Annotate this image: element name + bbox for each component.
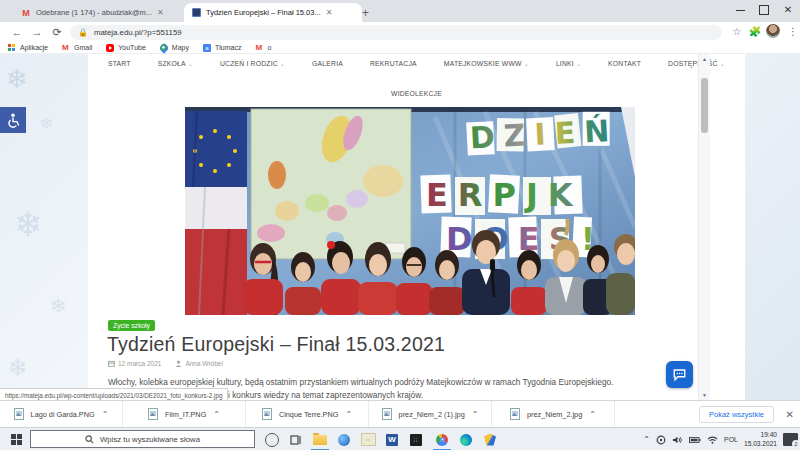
chrome-menu-icon[interactable]: ⋮ — [786, 25, 800, 39]
chevron-up-icon[interactable]: ⌃ — [102, 410, 109, 419]
window-close-button[interactable]: ✕ — [776, 0, 800, 20]
extensions-puzzle-icon[interactable]: 🧩 — [748, 25, 762, 39]
snowflake-decoration: ❄ — [40, 114, 53, 133]
cortana-button[interactable] — [260, 428, 284, 450]
nav-galeria[interactable]: GALERIA — [312, 60, 343, 67]
windows-logo-icon — [11, 434, 22, 445]
task-view-button[interactable] — [284, 428, 308, 450]
youtube-icon — [106, 44, 114, 52]
hidden-icons-chevron-icon[interactable]: ⌃ — [643, 435, 650, 444]
chevron-up-icon[interactable]: ⌃ — [345, 410, 352, 419]
chevron-up-icon[interactable]: ⌃ — [213, 410, 220, 419]
article-paragraph: Włochy, kolebka europejskiej kultury, bę… — [108, 376, 653, 388]
taskbar-search-input[interactable]: Wpisz tu wyszukiwane słowa — [30, 430, 255, 448]
nav-kontakt[interactable]: KONTAKT — [608, 60, 641, 67]
eu-flag — [185, 111, 247, 187]
start-button[interactable] — [4, 428, 28, 450]
europe-map — [251, 109, 411, 259]
download-item[interactable]: prez_Niem_2.jpg ⌃ — [492, 401, 615, 427]
game-app-icon — [484, 434, 496, 446]
nav-szkola[interactable]: SZKOŁA — [158, 60, 193, 67]
forward-icon[interactable]: → — [30, 25, 44, 39]
accessibility-widget-button[interactable] — [0, 107, 26, 133]
nav-rekrutacja[interactable]: REKRUTACJA — [370, 60, 417, 67]
nav-start[interactable]: START — [108, 60, 131, 67]
file-explorer-button[interactable] — [308, 428, 332, 450]
epuap-app-button[interactable]: ▭ — [356, 428, 380, 450]
snowflake-decoration: ❄ — [6, 64, 28, 95]
bookmark-apps[interactable]: Aplikacje — [8, 44, 48, 52]
snowflake-decoration: ❄ — [14, 204, 43, 244]
scrollbar-thumb[interactable] — [701, 78, 708, 133]
meet-now-icon[interactable] — [656, 435, 666, 445]
address-bar[interactable]: 🔒 mateja.edu.pl/?p=551159 — [70, 25, 722, 40]
remote-app-button[interactable]: ∷ — [404, 428, 428, 450]
bookmark-translate[interactable]: a Tłumacz — [203, 44, 241, 52]
download-item[interactable]: Lago di Garda.PNG ⌃ — [0, 401, 123, 427]
desktop-screen: M Odebrane (1 174) - abudziak@m... ✕ Tyd… — [0, 0, 800, 450]
bookmarks-bar: Aplikacje M Gmail YouTube Mapy a Tłumacz… — [0, 42, 800, 54]
language-indicator[interactable]: POL — [724, 436, 738, 443]
new-tab-button[interactable]: + — [358, 5, 373, 20]
tab-gmail[interactable]: M Odebrane (1 174) - abudziak@m... ✕ — [14, 3, 196, 22]
volume-icon[interactable] — [672, 435, 683, 445]
action-center-icon[interactable]: 2 — [783, 433, 798, 446]
close-icon[interactable]: ✕ — [786, 409, 794, 420]
gmail-icon: M — [62, 44, 70, 52]
close-icon[interactable]: ✕ — [326, 8, 333, 17]
site-navigation-row2: WIDEOLEKCJE — [88, 82, 745, 100]
battery-icon[interactable] — [689, 436, 701, 444]
avatar[interactable] — [766, 24, 780, 38]
page-scrollbar[interactable]: ▲ ▼ — [698, 54, 710, 400]
bookmark-m-o[interactable]: M o — [255, 44, 271, 52]
close-icon[interactable]: ✕ — [157, 8, 164, 17]
bookmark-gmail[interactable]: M Gmail — [62, 44, 92, 52]
word-button[interactable]: W — [380, 428, 404, 450]
nav-linki[interactable]: LINKI — [556, 60, 581, 67]
game-app-button[interactable] — [478, 428, 502, 450]
taskbar-clock[interactable]: 19:40 15.03.2021 — [744, 431, 777, 447]
map-pin-icon — [158, 42, 169, 53]
browser-app-button[interactable] — [332, 428, 356, 450]
meta-author[interactable]: Anna Wróbel — [175, 360, 222, 367]
chevron-up-icon[interactable]: ⌃ — [589, 410, 596, 419]
download-item[interactable]: prez_Niem_2 (1).jpg ⌃ — [369, 401, 492, 427]
window-minimize-button[interactable] — [728, 0, 752, 20]
site-content: START SZKOŁA UCZEŃ I RODZIC GALERIA REKR… — [88, 54, 745, 400]
category-badge[interactable]: Życie szkoły — [108, 320, 155, 331]
url-text: mateja.edu.pl/?p=551159 — [94, 28, 182, 37]
bookmark-star-icon[interactable]: ☆ — [730, 25, 744, 39]
chevron-up-icon[interactable]: ⌃ — [472, 410, 479, 419]
network-icon[interactable] — [707, 435, 718, 444]
folder-icon — [313, 435, 327, 445]
chat-feedback-button[interactable] — [666, 361, 693, 388]
svg-text:ERPJK: ERPJK — [426, 176, 583, 214]
nav-matejkowskie-www[interactable]: MATEJKOWSKIE WWW — [444, 60, 529, 67]
scroll-up-icon[interactable]: ▲ — [699, 54, 710, 64]
window-maximize-button[interactable] — [752, 0, 776, 20]
article-photo[interactable]: DZIEŃ ERPJK — [185, 107, 635, 315]
scroll-down-icon[interactable]: ▼ — [699, 390, 710, 400]
edge-button[interactable] — [454, 428, 478, 450]
reload-icon[interactable]: ⟳ — [50, 25, 64, 39]
download-filename: Film_IT.PNG — [165, 410, 206, 419]
chrome-button[interactable] — [430, 428, 454, 450]
calendar-icon — [108, 360, 115, 367]
tab-title: Odebrane (1 174) - abudziak@m... — [36, 8, 152, 17]
site-navigation: START SZKOŁA UCZEŃ I RODZIC GALERIA REKR… — [108, 60, 725, 67]
nav-wideolekcje[interactable]: WIDEOLEKCJE — [391, 90, 442, 97]
image-file-icon — [14, 408, 24, 420]
bookmark-youtube[interactable]: YouTube — [106, 44, 146, 52]
download-item[interactable]: Film_IT.PNG ⌃ — [123, 401, 246, 427]
download-item[interactable]: Cinque Terre.PNG ⌃ — [246, 401, 369, 427]
article-meta: 12 marca 2021 Anna Wróbel — [108, 360, 223, 367]
show-all-downloads-button[interactable]: Pokaż wszystkie — [699, 406, 774, 423]
word-icon: W — [386, 434, 398, 446]
translate-icon: a — [203, 44, 211, 52]
tab-tydzien-europejski[interactable]: Tydzień Europejski – Finał 15.03... ✕ — [184, 3, 362, 22]
bookmark-maps[interactable]: Mapy — [160, 44, 189, 52]
nav-uczen-i-rodzic[interactable]: UCZEŃ I RODZIC — [220, 60, 285, 67]
back-icon[interactable]: ← — [10, 25, 24, 39]
time: 19:40 — [760, 431, 777, 438]
nav-dostepnosc[interactable]: DOSTĘPNOŚĆ — [668, 60, 725, 67]
